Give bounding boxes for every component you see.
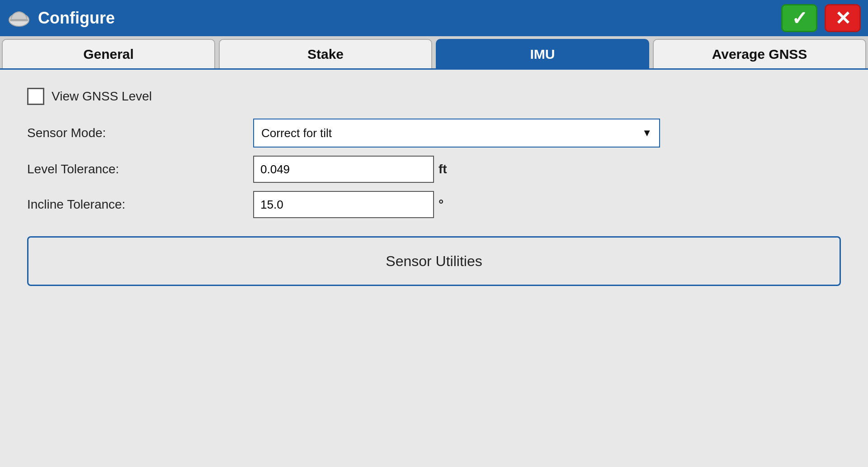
tab-average-gnss[interactable]: Average GNSS (653, 39, 866, 68)
dropdown-arrow-icon: ▼ (642, 127, 652, 139)
gnss-level-row: View GNSS Level (27, 88, 841, 105)
tab-imu[interactable]: IMU (436, 39, 649, 68)
cancel-icon: ✕ (835, 7, 851, 29)
gnss-level-checkbox[interactable] (27, 88, 44, 105)
sensor-mode-label: Sensor Mode: (27, 126, 253, 140)
level-tolerance-input[interactable] (253, 156, 434, 183)
svg-rect-1 (10, 19, 28, 21)
level-tolerance-label: Level Tolerance: (27, 162, 253, 176)
incline-tolerance-unit: ° (439, 197, 452, 212)
sensor-utilities-button[interactable]: Sensor Utilities (27, 236, 841, 286)
title-bar: Configure ✓ ✕ (0, 0, 868, 36)
main-content: View GNSS Level Sensor Mode: Correct for… (0, 70, 868, 467)
tab-bar: General Stake IMU Average GNSS (0, 36, 868, 70)
level-tolerance-row: ft (253, 156, 841, 183)
cancel-button[interactable]: ✕ (825, 4, 861, 32)
sensor-mode-row: Correct for tilt ▼ (253, 119, 841, 148)
page-title: Configure (38, 9, 774, 28)
ok-icon: ✓ (792, 7, 807, 29)
form-grid: Sensor Mode: Correct for tilt ▼ Level To… (27, 119, 841, 218)
sensor-mode-value: Correct for tilt (261, 126, 332, 140)
incline-tolerance-row: ° (253, 191, 841, 218)
level-tolerance-unit: ft (439, 162, 452, 176)
app-logo (7, 6, 31, 30)
incline-tolerance-input[interactable] (253, 191, 434, 218)
tab-stake[interactable]: Stake (219, 39, 432, 68)
sensor-utilities-label: Sensor Utilities (386, 253, 482, 270)
incline-tolerance-label: Incline Tolerance: (27, 197, 253, 212)
tab-general[interactable]: General (2, 39, 215, 68)
gnss-level-label: View GNSS Level (52, 89, 152, 104)
sensor-mode-dropdown[interactable]: Correct for tilt ▼ (253, 119, 660, 148)
ok-button[interactable]: ✓ (781, 4, 817, 32)
